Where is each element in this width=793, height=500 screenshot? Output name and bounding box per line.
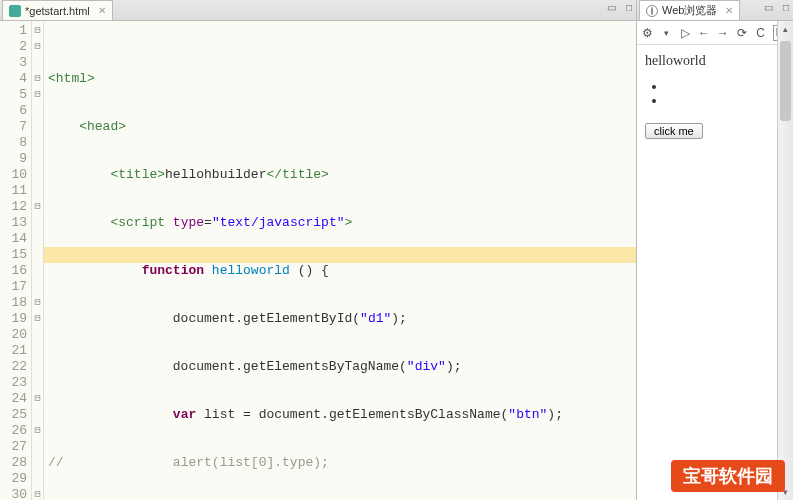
browser-tab-active[interactable]: Web浏览器 ✕	[639, 0, 740, 20]
close-icon[interactable]: ✕	[98, 5, 106, 16]
reload-icon[interactable]: C	[754, 26, 767, 40]
gear-icon[interactable]: ⚙	[641, 26, 654, 40]
forward-icon[interactable]: →	[716, 26, 729, 40]
line-number-gutter: 1234567891011121314151617181920212223242…	[0, 21, 32, 500]
fold-gutter: ⊟⊟⊟⊟⊟⊟⊟⊟⊟⊟	[32, 21, 44, 500]
scroll-up-arrow-icon[interactable]: ▴	[778, 21, 793, 37]
maximize-icon[interactable]: □	[626, 2, 632, 13]
browser-pane-controls: ▭ □	[764, 2, 789, 13]
ide-window: *getstart.html ✕ ▭ □ 1234567891011121314…	[0, 0, 793, 500]
click-me-button[interactable]: click me	[645, 123, 703, 139]
minimize-icon[interactable]: ▭	[607, 2, 616, 13]
maximize-icon[interactable]: □	[783, 2, 789, 13]
browser-content: helloworld click me	[637, 45, 793, 500]
editor-vertical-scrollbar[interactable]: ▴ ▾	[777, 21, 793, 500]
browser-toolbar: ⚙ ▾ ▷ ← → ⟳ C	[637, 21, 793, 45]
content-heading: helloworld	[645, 53, 785, 69]
editor-pane: *getstart.html ✕ ▭ □ 1234567891011121314…	[0, 0, 637, 500]
browser-tab-title: Web浏览器	[662, 3, 717, 18]
html-file-icon	[9, 5, 21, 17]
code-lines[interactable]: <html> <head> <title>hellohbuilder</titl…	[44, 21, 636, 500]
active-line-highlight	[44, 247, 636, 263]
editor-pane-controls: ▭ □	[607, 2, 632, 13]
close-icon[interactable]: ✕	[725, 5, 733, 16]
go-icon[interactable]: ▷	[679, 26, 692, 40]
minimize-icon[interactable]: ▭	[764, 2, 773, 13]
editor-tab-active[interactable]: *getstart.html ✕	[2, 0, 113, 20]
editor-tab-title: *getstart.html	[25, 5, 90, 17]
scrollbar-thumb[interactable]	[780, 41, 791, 121]
content-list	[667, 79, 785, 107]
refresh-icon[interactable]: ⟳	[735, 26, 748, 40]
code-area[interactable]: 1234567891011121314151617181920212223242…	[0, 21, 636, 500]
back-icon[interactable]: ←	[698, 26, 711, 40]
watermark-badge: 宝哥软件园	[671, 460, 785, 492]
editor-tab-bar: *getstart.html ✕ ▭ □	[0, 0, 636, 21]
browser-pane: Web浏览器 ✕ ▭ □ ⚙ ▾ ▷ ← → ⟳ C helloworld cl…	[637, 0, 793, 500]
chevron-down-icon[interactable]: ▾	[660, 26, 673, 40]
list-item	[667, 93, 785, 107]
browser-tab-bar: Web浏览器 ✕ ▭ □	[637, 0, 793, 21]
globe-icon	[646, 5, 658, 17]
list-item	[667, 79, 785, 93]
